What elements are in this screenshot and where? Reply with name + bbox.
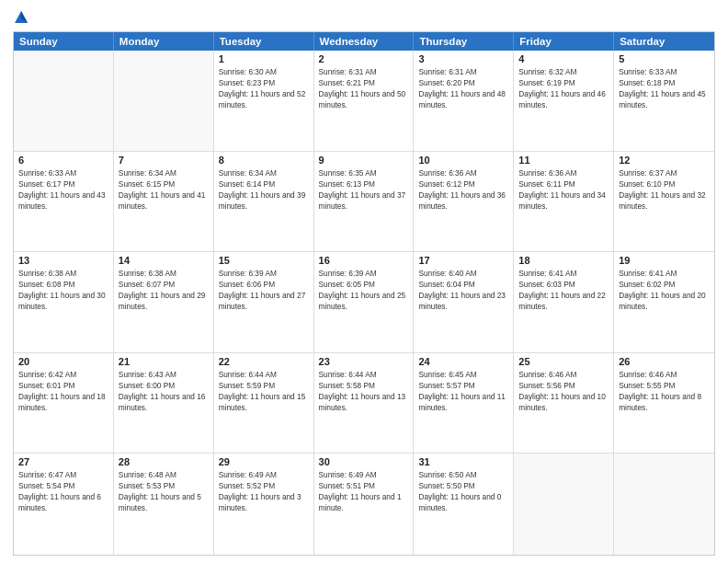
day-info: Sunrise: 6:44 AMSunset: 5:59 PMDaylight:…	[219, 369, 309, 413]
cal-week: 27Sunrise: 6:47 AMSunset: 5:54 PMDayligh…	[14, 454, 714, 555]
day-number: 5	[619, 53, 710, 64]
page: SundayMondayTuesdayWednesdayThursdayFrid…	[0, 0, 728, 563]
day-info: Sunrise: 6:39 AMSunset: 6:05 PMDaylight:…	[319, 268, 409, 312]
day-info: Sunrise: 6:42 AMSunset: 6:01 PMDaylight:…	[18, 369, 108, 413]
cal-cell: 24Sunrise: 6:45 AMSunset: 5:57 PMDayligh…	[414, 353, 514, 454]
day-number: 21	[119, 356, 209, 367]
day-number: 15	[219, 255, 309, 266]
day-number: 13	[18, 255, 108, 266]
day-number: 12	[619, 155, 710, 166]
cal-header-cell: Tuesday	[214, 32, 314, 51]
cal-cell: 28Sunrise: 6:48 AMSunset: 5:53 PMDayligh…	[114, 454, 214, 555]
cal-cell: 11Sunrise: 6:36 AMSunset: 6:11 PMDayligh…	[514, 152, 614, 252]
cal-cell: 20Sunrise: 6:42 AMSunset: 6:01 PMDayligh…	[14, 353, 114, 454]
cal-header-cell: Wednesday	[314, 32, 415, 51]
day-info: Sunrise: 6:45 AMSunset: 5:57 PMDaylight:…	[418, 369, 508, 413]
cal-cell: 8Sunrise: 6:34 AMSunset: 6:14 PMDaylight…	[214, 152, 314, 252]
day-number: 7	[119, 155, 209, 166]
day-info: Sunrise: 6:33 AMSunset: 6:17 PMDaylight:…	[18, 167, 108, 212]
day-number: 11	[518, 155, 609, 166]
day-info: Sunrise: 6:37 AMSunset: 6:10 PMDaylight:…	[619, 167, 710, 212]
cal-cell: 13Sunrise: 6:38 AMSunset: 6:08 PMDayligh…	[14, 252, 114, 352]
day-number: 28	[119, 456, 209, 467]
day-info: Sunrise: 6:49 AMSunset: 5:52 PMDaylight:…	[219, 469, 309, 513]
day-number: 9	[319, 155, 409, 166]
cal-header-cell: Thursday	[414, 32, 514, 51]
day-info: Sunrise: 6:38 AMSunset: 6:08 PMDaylight:…	[18, 268, 108, 312]
cal-cell: 29Sunrise: 6:49 AMSunset: 5:52 PMDayligh…	[214, 454, 314, 555]
day-number: 26	[619, 356, 710, 367]
day-info: Sunrise: 6:35 AMSunset: 6:13 PMDaylight:…	[319, 167, 409, 212]
cal-cell: 10Sunrise: 6:36 AMSunset: 6:12 PMDayligh…	[414, 152, 514, 252]
cal-cell: 17Sunrise: 6:40 AMSunset: 6:04 PMDayligh…	[414, 252, 514, 352]
cal-header-cell: Friday	[514, 32, 614, 51]
cal-cell: 30Sunrise: 6:49 AMSunset: 5:51 PMDayligh…	[314, 454, 415, 555]
cal-cell: 21Sunrise: 6:43 AMSunset: 6:00 PMDayligh…	[114, 353, 214, 454]
day-info: Sunrise: 6:30 AMSunset: 6:23 PMDaylight:…	[219, 66, 309, 110]
cal-cell: 15Sunrise: 6:39 AMSunset: 6:06 PMDayligh…	[214, 252, 314, 352]
day-number: 22	[219, 356, 309, 367]
cal-week: 13Sunrise: 6:38 AMSunset: 6:08 PMDayligh…	[14, 252, 714, 353]
day-number: 29	[219, 456, 309, 467]
day-number: 27	[18, 456, 108, 467]
cal-cell: 19Sunrise: 6:41 AMSunset: 6:02 PMDayligh…	[614, 252, 714, 352]
cal-week: 20Sunrise: 6:42 AMSunset: 6:01 PMDayligh…	[14, 353, 714, 454]
day-info: Sunrise: 6:44 AMSunset: 5:58 PMDaylight:…	[319, 369, 409, 413]
day-number: 4	[518, 53, 609, 64]
logo-icon	[13, 9, 29, 26]
day-number: 23	[319, 356, 409, 367]
cal-cell: 31Sunrise: 6:50 AMSunset: 5:50 PMDayligh…	[414, 454, 514, 555]
day-info: Sunrise: 6:46 AMSunset: 5:56 PMDaylight:…	[518, 369, 609, 413]
cal-cell: 4Sunrise: 6:32 AMSunset: 6:19 PMDaylight…	[514, 51, 614, 151]
day-number: 19	[619, 255, 710, 266]
day-number: 6	[18, 155, 108, 166]
day-info: Sunrise: 6:47 AMSunset: 5:54 PMDaylight:…	[18, 469, 108, 513]
day-info: Sunrise: 6:43 AMSunset: 6:00 PMDaylight:…	[119, 369, 209, 413]
day-info: Sunrise: 6:48 AMSunset: 5:53 PMDaylight:…	[119, 469, 209, 513]
day-number: 31	[418, 456, 508, 467]
day-number: 14	[119, 255, 209, 266]
cal-cell: 26Sunrise: 6:46 AMSunset: 5:55 PMDayligh…	[614, 353, 714, 454]
cal-header-cell: Sunday	[14, 32, 114, 51]
day-number: 30	[319, 456, 409, 467]
day-info: Sunrise: 6:38 AMSunset: 6:07 PMDaylight:…	[119, 268, 209, 312]
day-info: Sunrise: 6:50 AMSunset: 5:50 PMDaylight:…	[418, 469, 508, 513]
day-number: 18	[518, 255, 609, 266]
day-info: Sunrise: 6:36 AMSunset: 6:12 PMDaylight:…	[418, 167, 508, 212]
day-number: 17	[418, 255, 508, 266]
day-info: Sunrise: 6:46 AMSunset: 5:55 PMDaylight:…	[619, 369, 710, 413]
day-number: 1	[219, 53, 309, 64]
day-info: Sunrise: 6:36 AMSunset: 6:11 PMDaylight:…	[518, 167, 609, 212]
day-info: Sunrise: 6:49 AMSunset: 5:51 PMDaylight:…	[319, 469, 409, 513]
cal-cell: 12Sunrise: 6:37 AMSunset: 6:10 PMDayligh…	[614, 152, 714, 252]
calendar: SundayMondayTuesdayWednesdayThursdayFrid…	[13, 31, 715, 556]
day-info: Sunrise: 6:41 AMSunset: 6:02 PMDaylight:…	[619, 268, 710, 312]
day-number: 8	[219, 155, 309, 166]
day-info: Sunrise: 6:41 AMSunset: 6:03 PMDaylight:…	[518, 268, 609, 312]
day-number: 10	[418, 155, 508, 166]
day-info: Sunrise: 6:31 AMSunset: 6:21 PMDaylight:…	[319, 66, 409, 110]
logo	[13, 9, 31, 26]
cal-cell: 7Sunrise: 6:34 AMSunset: 6:15 PMDaylight…	[114, 152, 214, 252]
cal-cell: 16Sunrise: 6:39 AMSunset: 6:05 PMDayligh…	[314, 252, 415, 352]
cal-week: 1Sunrise: 6:30 AMSunset: 6:23 PMDaylight…	[14, 51, 714, 152]
cal-week: 6Sunrise: 6:33 AMSunset: 6:17 PMDaylight…	[14, 152, 714, 253]
cal-cell: 18Sunrise: 6:41 AMSunset: 6:03 PMDayligh…	[514, 252, 614, 352]
header	[13, 9, 715, 26]
cal-cell: 2Sunrise: 6:31 AMSunset: 6:21 PMDaylight…	[314, 51, 415, 151]
cal-cell: 5Sunrise: 6:33 AMSunset: 6:18 PMDaylight…	[614, 51, 714, 151]
cal-cell: 27Sunrise: 6:47 AMSunset: 5:54 PMDayligh…	[14, 454, 114, 555]
cal-cell	[14, 51, 114, 151]
cal-cell	[514, 454, 614, 555]
day-number: 24	[418, 356, 508, 367]
day-info: Sunrise: 6:34 AMSunset: 6:15 PMDaylight:…	[119, 167, 209, 212]
cal-cell: 25Sunrise: 6:46 AMSunset: 5:56 PMDayligh…	[514, 353, 614, 454]
calendar-header: SundayMondayTuesdayWednesdayThursdayFrid…	[14, 32, 714, 51]
day-number: 16	[319, 255, 409, 266]
cal-cell: 23Sunrise: 6:44 AMSunset: 5:58 PMDayligh…	[314, 353, 415, 454]
day-info: Sunrise: 6:31 AMSunset: 6:20 PMDaylight:…	[418, 66, 508, 110]
day-number: 2	[319, 53, 409, 64]
cal-header-cell: Monday	[114, 32, 214, 51]
cal-header-cell: Saturday	[614, 32, 714, 51]
day-info: Sunrise: 6:34 AMSunset: 6:14 PMDaylight:…	[219, 167, 309, 212]
